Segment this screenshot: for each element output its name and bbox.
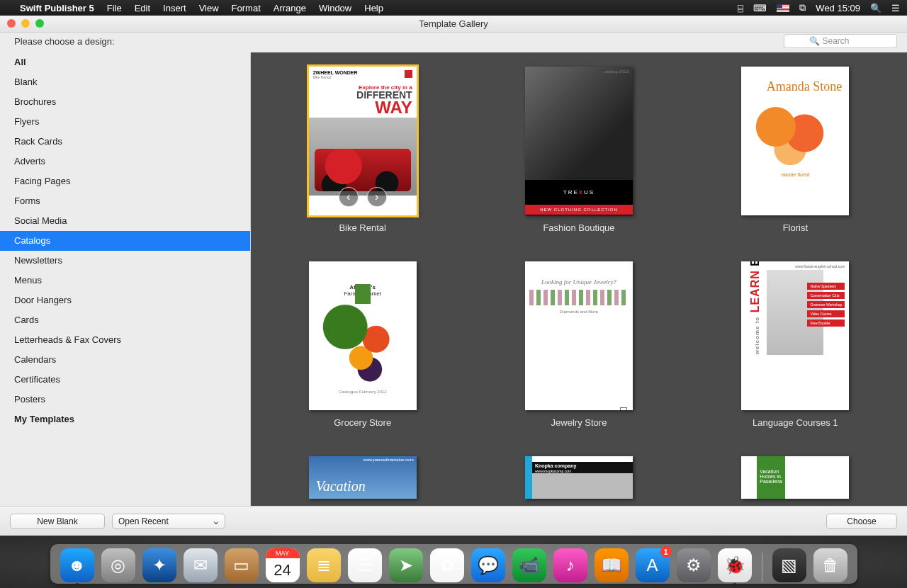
sidebar-item-blank[interactable]: Blank: [0, 72, 250, 92]
search-input[interactable]: [823, 36, 872, 46]
sidebar-item-my-templates[interactable]: My Templates: [0, 409, 250, 429]
template-label: Jewelry Store: [551, 417, 607, 428]
sidebar-item-social-media[interactable]: Social Media: [0, 211, 250, 231]
window-title: Template Gallery: [419, 18, 488, 29]
template-thumb[interactable]: www.passadinamelon.comVacation: [309, 456, 417, 499]
menu-view[interactable]: View: [199, 3, 219, 13]
template-thumb[interactable]: catalog 2012 TREXUS NEW CLOTHING COLLECT…: [525, 67, 633, 215]
dock-app-settings[interactable]: ⚙: [677, 548, 711, 582]
dock-app-calendar[interactable]: MAY24: [266, 548, 300, 582]
menu-format[interactable]: Format: [232, 3, 261, 13]
menu-insert[interactable]: Insert: [163, 3, 186, 13]
prompt-label: Please choose a design:: [14, 36, 115, 47]
sidebar-item-menus[interactable]: Menus: [0, 271, 250, 290]
template-florist[interactable]: Amanda Stone master florist Florist: [712, 67, 879, 233]
sidebar-item-flyers[interactable]: Flyers: [0, 112, 250, 132]
template-thumb[interactable]: Vacation Homes in Pasadena: [741, 456, 849, 499]
dock-app-finder[interactable]: ☻: [60, 548, 94, 582]
template-grid: 2WHEEL WONDERBike Rental Explore the cit…: [251, 52, 907, 506]
choose-button[interactable]: Choose: [826, 514, 897, 529]
sidebar-item-posters[interactable]: Posters: [0, 390, 250, 409]
sidebar-item-catalogs[interactable]: Catalogs: [0, 231, 250, 251]
dock-app-photos[interactable]: ✿: [430, 548, 464, 582]
sidebar-item-letterheads-fax-covers[interactable]: Letterheads & Fax Covers: [0, 330, 250, 350]
template-thumb[interactable]: At Buck'sFarmer Market Catalogue Februar…: [309, 261, 417, 410]
dock-app-safari[interactable]: ✦: [142, 548, 176, 582]
status-keyboard-icon[interactable]: ⌨: [753, 3, 767, 13]
open-recent-dropdown[interactable]: Open Recent: [112, 514, 225, 529]
dock-app-facetime[interactable]: 📹: [512, 548, 546, 582]
macos-dock: ☻◎✦✉▭MAY24≣☰➤✿💬📹♪📖A1⚙🐞▧🗑: [50, 544, 857, 584]
search-icon: 🔍: [809, 36, 820, 46]
template-thumb[interactable]: Looking for Unique Jewelry? Diamonds and…: [525, 261, 633, 410]
next-page-button[interactable]: ›: [367, 187, 387, 207]
template-knopka[interactable]: Knopka companywww.knopkacomp.com: [495, 456, 662, 499]
dock-app-messages[interactable]: 💬: [471, 548, 505, 582]
app-menu[interactable]: Swift Publisher 5: [20, 3, 94, 13]
window-titlebar: Template Gallery: [0, 16, 907, 33]
notification-center-icon[interactable]: ☰: [891, 3, 900, 13]
template-jewelry-store[interactable]: Looking for Unique Jewelry? Diamonds and…: [495, 261, 662, 428]
menu-file[interactable]: File: [107, 3, 122, 13]
macos-menubar: Swift Publisher 5 File Edit Insert View …: [0, 0, 907, 16]
sidebar-item-door-hangers[interactable]: Door Hangers: [0, 290, 250, 310]
dock-app-ibooks[interactable]: 📖: [595, 548, 629, 582]
template-thumb[interactable]: Amanda Stone master florist: [741, 67, 849, 215]
menu-window[interactable]: Window: [319, 3, 351, 13]
dock-running-indicator-icon: [76, 583, 79, 586]
dock-app-reminders[interactable]: ☰: [348, 548, 382, 582]
template-vhomes[interactable]: Vacation Homes in Pasadena: [712, 456, 879, 499]
dock-running-indicator-icon: [733, 583, 736, 586]
template-thumb[interactable]: www.florida-english-school.com Native Sp…: [741, 261, 849, 410]
sidebar-item-certificates[interactable]: Certificates: [0, 370, 250, 390]
template-gallery-window: Template Gallery Please choose a design:…: [0, 16, 907, 536]
status-input-flag-icon[interactable]: [777, 4, 789, 12]
window-close-button[interactable]: [7, 19, 16, 28]
spotlight-icon[interactable]: 🔍: [870, 3, 881, 13]
window-minimize-button[interactable]: [21, 19, 30, 28]
template-label: Grocery Store: [334, 417, 391, 428]
dock-app-appstore[interactable]: A1: [636, 548, 670, 582]
sidebar-item-newsletters[interactable]: Newsletters: [0, 251, 250, 271]
template-grocery-store[interactable]: At Buck'sFarmer Market Catalogue Februar…: [279, 261, 446, 428]
menubar-clock[interactable]: Wed 15:09: [816, 3, 860, 13]
dock-badge: 1: [660, 546, 672, 558]
menu-edit[interactable]: Edit: [135, 3, 150, 13]
dock-app-notes[interactable]: ≣: [307, 548, 341, 582]
dock-app-trash[interactable]: 🗑: [813, 548, 847, 582]
sidebar-item-facing-pages[interactable]: Facing Pages: [0, 171, 250, 191]
sidebar-item-calendars[interactable]: Calendars: [0, 350, 250, 370]
menu-help[interactable]: Help: [364, 3, 383, 13]
sidebar-item-adverts[interactable]: Adverts: [0, 152, 250, 171]
template-label: Language Courses 1: [753, 417, 838, 428]
template-label: Bike Rental: [339, 222, 385, 233]
template-vacation[interactable]: www.passadinamelon.comVacation: [279, 456, 446, 499]
menu-arrange[interactable]: Arrange: [274, 3, 306, 13]
sidebar-item-forms[interactable]: Forms: [0, 191, 250, 211]
dock-app-contacts[interactable]: ▭: [225, 548, 259, 582]
template-thumb[interactable]: Knopka companywww.knopkacomp.com: [525, 456, 633, 499]
dock-app-swiftpublisher[interactable]: 🐞: [718, 548, 752, 582]
dock-app-mail[interactable]: ✉: [184, 548, 218, 582]
template-label: Florist: [783, 222, 808, 233]
prev-page-button[interactable]: ‹: [339, 187, 359, 207]
window-footer: New Blank Open Recent Choose: [0, 506, 907, 536]
dock-app-doc[interactable]: ▧: [772, 548, 806, 582]
template-bike-rental[interactable]: 2WHEEL WONDERBike Rental Explore the cit…: [279, 67, 446, 233]
sidebar-item-all[interactable]: All: [0, 52, 250, 72]
sidebar-item-cards[interactable]: Cards: [0, 310, 250, 330]
template-language-courses-1[interactable]: www.florida-english-school.com Native Sp…: [712, 261, 879, 428]
dock-app-launchpad[interactable]: ◎: [101, 548, 135, 582]
status-airplay-icon[interactable]: ⌸: [738, 3, 743, 13]
window-zoom-button[interactable]: [35, 19, 44, 28]
dock-app-itunes[interactable]: ♪: [553, 548, 587, 582]
sidebar-item-brochures[interactable]: Brochures: [0, 92, 250, 112]
template-fashion-boutique[interactable]: catalog 2012 TREXUS NEW CLOTHING COLLECT…: [495, 67, 662, 233]
search-field[interactable]: 🔍: [784, 34, 897, 48]
open-recent-label: Open Recent: [118, 516, 169, 526]
sidebar-item-rack-cards[interactable]: Rack Cards: [0, 132, 250, 152]
status-display-icon[interactable]: ⧉: [799, 2, 806, 13]
dock-app-maps[interactable]: ➤: [389, 548, 423, 582]
new-blank-button[interactable]: New Blank: [10, 514, 105, 529]
template-label: Fashion Boutique: [543, 222, 614, 233]
